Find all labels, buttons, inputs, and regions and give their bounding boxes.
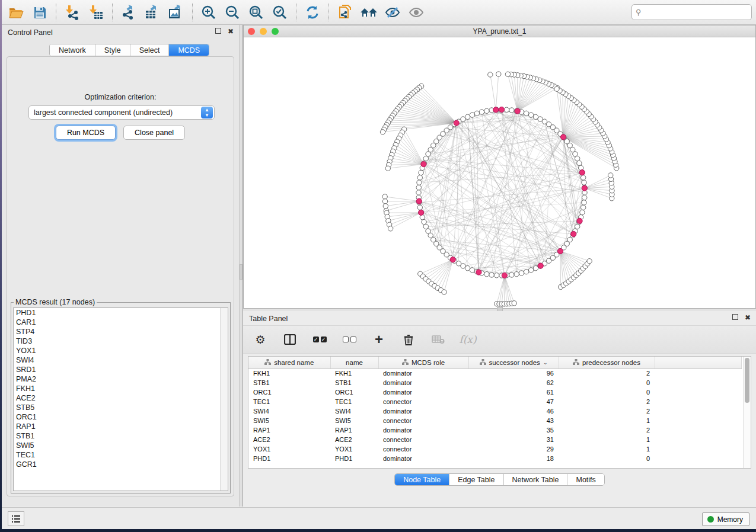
table-cell: 2 [559,368,655,378]
column-header-successor-nodes[interactable]: successor nodes⌄ [468,357,559,368]
tab-select[interactable]: Select [130,44,170,56]
hide-selection-icon[interactable] [381,2,404,23]
window-close-icon[interactable] [248,28,255,35]
table-row[interactable]: ACE2ACE2connector311 [248,435,742,444]
table-row[interactable]: ORC1ORC1dominator610 [248,387,742,397]
run-mcds-button[interactable]: Run MCDS [56,126,116,140]
result-list-item[interactable]: STB5 [14,403,228,412]
table-row[interactable]: YOX1YOX1connector291 [248,444,742,454]
toolbar-separator [296,4,296,21]
tab-node-table[interactable]: Node Table [395,474,449,485]
tab-network-table[interactable]: Network Table [504,474,568,485]
table-scrollbar[interactable] [743,357,751,468]
table-cell: STB1 [248,378,330,387]
table-cell: SWI5 [330,416,378,425]
table-row[interactable]: STB1STB1dominator620 [248,378,742,387]
import-table-icon[interactable] [84,2,108,23]
table-settings-icon[interactable]: ⚙ [253,332,268,347]
result-scrollbar[interactable] [220,308,228,491]
result-list-item[interactable]: ACE2 [14,393,228,403]
result-list-item[interactable]: PHD1 [14,308,228,318]
tab-style[interactable]: Style [95,44,130,56]
zoom-selected-icon[interactable] [268,2,292,23]
select-all-icon[interactable]: ✓✓ [312,332,327,347]
delete-column-icon[interactable] [401,332,416,347]
float-panel-icon[interactable] [215,28,221,34]
table-cell: RAP1 [248,425,330,435]
table-cell: 46 [468,406,559,416]
result-list-item[interactable]: FKH1 [14,384,228,393]
close-panel-button[interactable]: Close panel [123,126,185,140]
open-file-icon[interactable] [4,2,28,23]
zoom-in-icon[interactable] [197,2,221,23]
result-list-item[interactable]: GCR1 [14,460,228,469]
table-cell: connector [378,444,468,454]
result-list-item[interactable]: CAR1 [14,318,228,327]
table-row[interactable]: SWI4SWI4dominator462 [248,406,742,416]
search-input[interactable] [644,5,751,20]
table-cell: 2 [559,397,655,406]
network-graph[interactable] [244,37,755,308]
result-list-item[interactable]: SWI4 [14,355,228,365]
splitter-grip[interactable] [240,264,243,280]
zoom-out-icon[interactable] [221,2,244,23]
mcds-tab-pane: Optimization criterion: largest connecte… [7,56,234,496]
window-maximize-icon[interactable] [272,28,279,35]
table-row[interactable]: RAP1RAP1dominator352 [248,425,742,435]
table-cell: dominator [378,387,468,397]
table-row[interactable]: FKH1FKH1dominator962 [248,368,742,378]
save-session-icon[interactable] [28,2,52,23]
column-header-MCDS-role[interactable]: MCDS role [378,357,468,368]
table-cell: FKH1 [330,368,378,378]
result-list-item[interactable]: TID3 [14,336,228,346]
import-network-icon[interactable] [60,2,84,23]
table-row[interactable]: SWI5SWI5connector431 [248,416,742,425]
table-cell: 2 [559,425,655,435]
tab-mcds[interactable]: MCDS [169,44,209,56]
zoom-fit-icon[interactable] [244,2,268,23]
task-history-icon[interactable] [8,511,24,526]
mcds-result-list[interactable]: PHD1CAR1STP4TID3YOX1SWI4SRD1PMA2FKH1ACE2… [13,307,228,491]
result-list-item[interactable]: TEC1 [14,450,228,460]
tab-edge-table[interactable]: Edge Table [449,474,503,485]
export-network-icon[interactable] [117,2,141,23]
column-header-predecessor-nodes[interactable]: predecessor nodes [559,357,655,368]
new-network-from-selection-icon[interactable] [333,2,357,23]
result-list-item[interactable]: SWI5 [14,441,228,450]
tab-network[interactable]: Network [50,44,95,56]
add-column-icon[interactable]: + [371,332,387,347]
close-panel-icon[interactable]: ✖ [744,314,751,321]
network-canvas[interactable] [244,37,755,308]
memory-button[interactable]: Memory [702,512,749,526]
tab-motifs[interactable]: Motifs [567,474,604,485]
scrollbar-thumb[interactable] [745,358,749,403]
table-panel: Table Panel ✖ ⚙ ✓✓ + f(x) shared n [243,311,756,507]
table-panel-title: Table Panel [249,315,288,323]
refresh-icon[interactable] [301,2,324,23]
export-image-icon[interactable] [164,2,188,23]
table-cell: FKH1 [248,368,330,378]
table-row[interactable]: TEC1TEC1connector472 [248,397,742,406]
table-cell: connector [378,435,468,444]
column-header-name[interactable]: name [330,357,378,368]
window-minimize-icon[interactable] [260,28,267,35]
result-list-item[interactable]: YOX1 [14,346,228,355]
close-panel-icon[interactable]: ✖ [227,28,234,35]
result-list-item[interactable]: STP4 [14,327,228,336]
toggle-panel-icon[interactable] [282,332,298,347]
show-all-icon[interactable] [404,2,428,23]
first-neighbors-icon[interactable] [357,2,381,23]
table-cell: 29 [468,444,559,454]
result-list-item[interactable]: STB1 [14,431,228,441]
result-list-item[interactable]: RAP1 [14,422,228,431]
result-list-item[interactable]: SRD1 [14,365,228,374]
result-list-item[interactable]: ORC1 [14,412,228,422]
criterion-select[interactable]: largest connected component (undirected)… [28,105,215,120]
column-header-shared-name[interactable]: shared name [248,357,330,368]
result-list-item[interactable]: PMA2 [14,374,228,384]
vertical-splitter[interactable] [239,25,243,507]
export-table-icon[interactable] [141,2,164,23]
float-panel-icon[interactable] [732,314,738,320]
table-row[interactable]: PHD1PHD1dominator180 [248,454,742,463]
deselect-all-icon[interactable] [342,332,357,347]
